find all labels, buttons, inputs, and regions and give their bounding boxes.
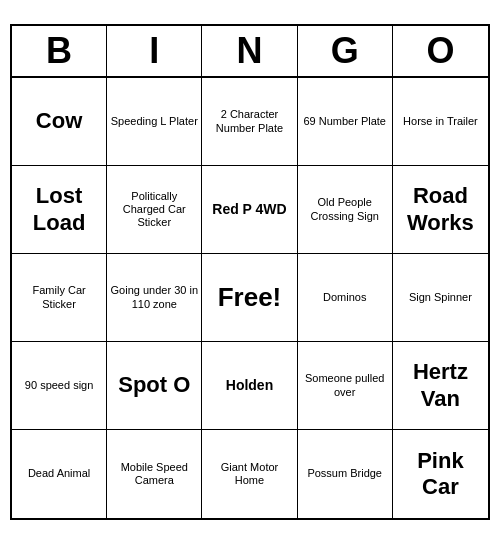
bingo-cell-9[interactable]: Road Works: [393, 166, 488, 254]
bingo-cell-24[interactable]: Pink Car: [393, 430, 488, 518]
bingo-cell-8[interactable]: Old People Crossing Sign: [298, 166, 393, 254]
bingo-cell-17[interactable]: Holden: [202, 342, 297, 430]
header-letter-i: I: [107, 26, 202, 76]
header-letter-n: N: [202, 26, 297, 76]
bingo-header: BINGO: [12, 26, 488, 78]
bingo-board: BINGO CowSpeeding L Plater2 Character Nu…: [10, 24, 490, 520]
bingo-cell-14[interactable]: Sign Spinner: [393, 254, 488, 342]
bingo-cell-20[interactable]: Dead Animal: [12, 430, 107, 518]
bingo-cell-19[interactable]: Hertz Van: [393, 342, 488, 430]
bingo-cell-12[interactable]: Free!: [202, 254, 297, 342]
bingo-cell-22[interactable]: Giant Motor Home: [202, 430, 297, 518]
bingo-cell-1[interactable]: Speeding L Plater: [107, 78, 202, 166]
bingo-grid: CowSpeeding L Plater2 Character Number P…: [12, 78, 488, 518]
bingo-cell-11[interactable]: Going under 30 in 110 zone: [107, 254, 202, 342]
bingo-cell-0[interactable]: Cow: [12, 78, 107, 166]
bingo-cell-21[interactable]: Mobile Speed Camera: [107, 430, 202, 518]
bingo-cell-18[interactable]: Someone pulled over: [298, 342, 393, 430]
bingo-cell-7[interactable]: Red P 4WD: [202, 166, 297, 254]
bingo-cell-10[interactable]: Family Car Sticker: [12, 254, 107, 342]
header-letter-o: O: [393, 26, 488, 76]
bingo-cell-23[interactable]: Possum Bridge: [298, 430, 393, 518]
bingo-cell-15[interactable]: 90 speed sign: [12, 342, 107, 430]
bingo-cell-16[interactable]: Spot O: [107, 342, 202, 430]
header-letter-b: B: [12, 26, 107, 76]
bingo-cell-13[interactable]: Dominos: [298, 254, 393, 342]
bingo-cell-4[interactable]: Horse in Trailer: [393, 78, 488, 166]
bingo-cell-5[interactable]: Lost Load: [12, 166, 107, 254]
bingo-cell-3[interactable]: 69 Number Plate: [298, 78, 393, 166]
bingo-cell-6[interactable]: Politically Charged Car Sticker: [107, 166, 202, 254]
header-letter-g: G: [298, 26, 393, 76]
bingo-cell-2[interactable]: 2 Character Number Plate: [202, 78, 297, 166]
